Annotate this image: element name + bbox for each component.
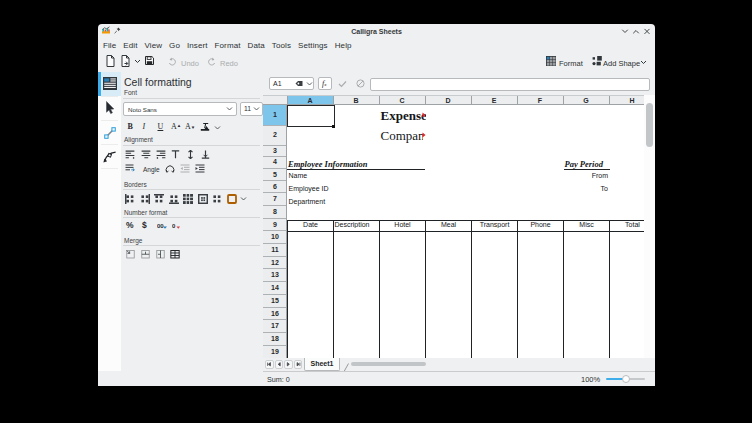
svg-text:0: 0 [172,223,176,229]
svg-text:00: 00 [157,223,164,229]
